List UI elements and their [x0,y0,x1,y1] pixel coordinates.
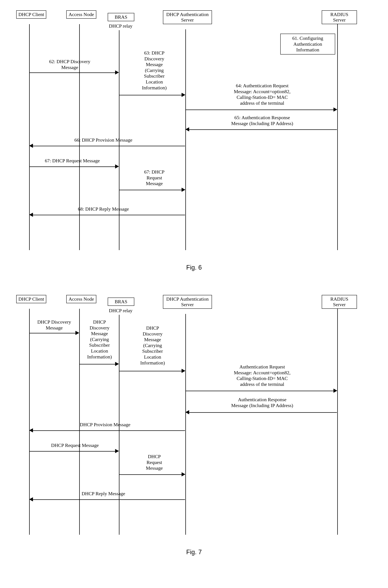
msg-65-arrowhead [185,127,189,132]
msg-discovery1-arrow [29,333,76,333]
msg-authresp-label: Authentication Response Message (Includi… [196,397,329,408]
msg-reply-arrow [33,499,185,500]
msg-68-arrowhead [29,213,33,217]
msg-discovery2-arrow [80,364,116,364]
actor-dhcp-auth-server: DHCP Authentication Server [163,295,212,309]
msg-67a-arrowhead [115,164,119,169]
msg-67b-arrow [119,190,182,190]
lifeline-auth [185,314,186,535]
msg-authreq-label: Authentication Request Message: Account=… [196,364,329,387]
msg-request1-arrow [29,451,116,452]
actor-access-node: Access Node [66,295,96,303]
msg-discovery3-label: DHCP Discovery Message (Carrying Subscri… [127,325,178,366]
figure-caption-7: Fig. 7 [13,548,375,556]
actor-radius-server: RADIUS Server [322,10,357,24]
msg-authresp-arrowhead [185,410,189,414]
msg-67b-arrowhead [182,188,185,192]
actor-dhcp-auth-server: DHCP Authentication Server [163,10,212,24]
msg-66-arrow [33,146,185,146]
msg-67a-arrow [29,166,116,167]
msg-reply-arrowhead [29,497,33,501]
msg-provision-label: DHCP Provision Message [58,422,153,428]
sequence-diagram-fig7: DHCP Client Access Node BRAS DHCP Authen… [13,295,375,559]
msg-64-label: 64: Authentication Request Message: Acco… [196,83,329,106]
msg-discovery1-label: DHCP Discovery Message [30,319,78,331]
msg-68-label: 68: DHCP Reply Message [56,206,151,212]
figure-caption-6: Fig. 6 [13,264,375,271]
lifeline-radius [337,309,338,535]
actor-radius-server: RADIUS Server [322,295,357,309]
msg-66-label: 66: DHCP Provision Message [47,137,159,143]
msg-64-arrow [186,110,334,110]
bras-relay-label: DHCP relay [99,308,142,313]
msg-62-label: 62: DHCP Discovery Message [33,59,106,70]
msg-discovery1-arrowhead [75,331,79,335]
msg-63-label: 63: DHCP Discovery Message (Carrying Sub… [128,50,180,90]
msg-request2-arrowhead [182,472,185,476]
msg-63-arrowhead [182,93,185,97]
note-configuring-auth-info: 61. Configuring Authentication Informati… [280,34,335,54]
msg-discovery2-label: DHCP Discovery Message (Carrying Subscri… [81,319,118,360]
sequence-diagram-fig6: DHCP Client Access Node BRAS DHCP Authen… [13,10,375,274]
msg-reply-label: DHCP Reply Message [65,491,142,497]
msg-request2-label: DHCP Request Message [130,454,178,471]
msg-62-arrow [29,72,116,73]
msg-discovery3-arrowhead [182,369,185,373]
msg-authresp-arrow [189,412,337,413]
msg-65-label: 65: Authentication Response Message (Inc… [196,115,329,126]
msg-provision-arrow [33,430,185,431]
msg-discovery2-arrowhead [115,362,119,366]
lifeline-radius [337,24,338,250]
msg-authreq-arrowhead [334,389,337,393]
msg-67a-label: 67: DHCP Request Message [33,158,111,164]
msg-66-arrowhead [29,144,33,148]
actor-bras: BRAS [108,297,134,306]
msg-authreq-arrow [186,391,334,391]
bras-relay-label: DHCP relay [99,23,142,29]
actor-bras: BRAS [108,13,134,21]
msg-discovery3-arrow [119,371,182,371]
actor-access-node: Access Node [66,10,96,19]
msg-64-arrowhead [334,108,337,112]
msg-63-arrow [119,95,182,95]
lifeline-auth [185,29,186,250]
actor-dhcp-client: DHCP Client [16,295,46,303]
msg-68-arrow [33,215,185,215]
msg-request1-label: DHCP Request Message [39,442,111,448]
msg-67b-label: 67: DHCP Request Message [130,169,178,186]
msg-request1-arrowhead [115,449,119,453]
msg-provision-arrowhead [29,428,33,432]
actor-dhcp-client: DHCP Client [16,10,46,19]
msg-65-arrow [189,129,337,130]
msg-request2-arrow [119,474,182,475]
msg-62-arrowhead [115,70,119,74]
